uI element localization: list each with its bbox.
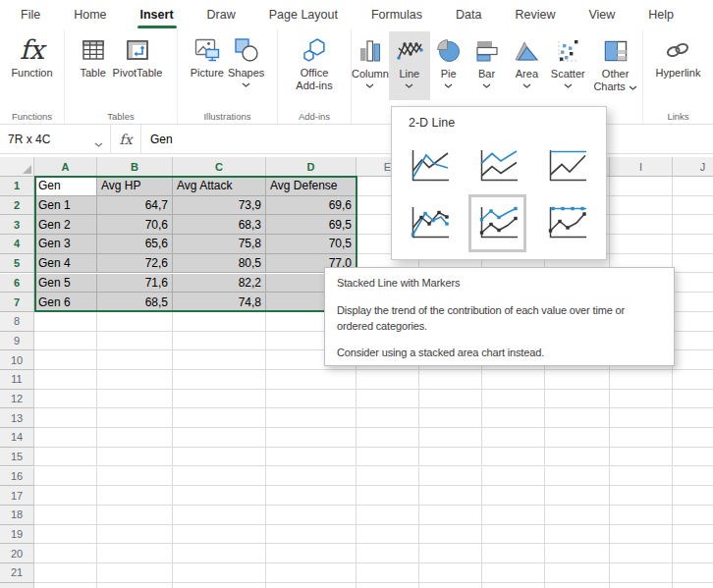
select-all-corner[interactable] — [0, 157, 34, 177]
cell-A16[interactable] — [34, 467, 97, 487]
cell-A9[interactable] — [34, 332, 97, 351]
row-header-9[interactable]: 9 — [0, 332, 34, 351]
function-button[interactable]: fx Function — [11, 29, 52, 108]
cell-A17[interactable] — [34, 486, 97, 506]
column-header-B[interactable]: B — [97, 157, 173, 177]
cell-B19[interactable] — [97, 525, 173, 545]
line-markers-chart-icon[interactable] — [407, 201, 451, 245]
cell-B7[interactable]: 68,5 — [97, 293, 173, 312]
menu-page-layout[interactable]: Page Layout — [252, 0, 355, 29]
cell-C1[interactable]: Avg Attack — [173, 177, 266, 196]
cell-I20[interactable] — [610, 544, 673, 563]
cell-G17[interactable] — [482, 486, 545, 506]
row-header-11[interactable]: 11 — [0, 370, 34, 390]
cell-B20[interactable] — [97, 544, 173, 563]
cell-G22[interactable] — [482, 583, 545, 588]
cell-J8[interactable] — [673, 312, 713, 332]
cell-I1[interactable] — [610, 177, 673, 196]
column-header-A[interactable]: A — [34, 157, 97, 177]
cell-E12[interactable] — [356, 390, 419, 409]
cell-A6[interactable]: Gen 5 — [34, 274, 97, 294]
cell-I22[interactable] — [610, 583, 673, 588]
cell-D21[interactable] — [266, 563, 356, 583]
cell-F17[interactable] — [419, 486, 482, 506]
hyperlink-button[interactable]: Hyperlink — [656, 29, 701, 108]
cell-B13[interactable] — [97, 408, 173, 428]
cell-G13[interactable] — [482, 408, 545, 428]
menu-file[interactable]: File — [4, 0, 57, 29]
cell-C7[interactable]: 74,8 — [173, 293, 266, 312]
pie-chart-button[interactable]: Pie — [430, 31, 467, 100]
cell-J19[interactable] — [673, 525, 713, 545]
row-header-21[interactable]: 21 — [0, 563, 34, 583]
cell-J22[interactable] — [673, 583, 713, 588]
row-header-16[interactable]: 16 — [0, 467, 34, 487]
cell-I14[interactable] — [610, 428, 673, 448]
cell-J12[interactable] — [673, 390, 713, 409]
cell-J18[interactable] — [673, 506, 713, 525]
row-header-1[interactable]: 1 — [0, 177, 34, 196]
cell-F21[interactable] — [419, 563, 482, 583]
cell-H22[interactable] — [545, 583, 610, 588]
stacked-line-chart-icon[interactable] — [475, 144, 520, 188]
cell-B12[interactable] — [97, 390, 173, 409]
cell-H15[interactable] — [545, 448, 610, 467]
picture-button[interactable]: Picture — [191, 29, 224, 108]
cell-F19[interactable] — [419, 525, 482, 545]
cell-H17[interactable] — [545, 486, 610, 506]
cell-C19[interactable] — [173, 525, 266, 545]
cell-B9[interactable] — [97, 332, 173, 351]
column-header-J[interactable]: J — [673, 157, 713, 177]
column-chart-button[interactable]: Column — [352, 31, 389, 100]
cell-C16[interactable] — [173, 467, 266, 487]
menu-formulas[interactable]: Formulas — [355, 0, 439, 29]
cell-C9[interactable] — [173, 332, 266, 351]
line-chart-icon[interactable] — [407, 144, 451, 188]
cell-A13[interactable] — [34, 408, 97, 428]
cell-J2[interactable] — [673, 196, 713, 216]
column-header-I[interactable]: I — [610, 157, 673, 177]
row-header-4[interactable]: 4 — [0, 235, 34, 254]
cell-C21[interactable] — [173, 563, 266, 583]
100-stacked-line-markers-chart-icon[interactable] — [544, 201, 588, 245]
scatter-chart-button[interactable]: Scatter — [547, 31, 588, 100]
cell-H18[interactable] — [545, 506, 610, 525]
shapes-button[interactable]: Shapes — [228, 29, 264, 108]
cell-I21[interactable] — [610, 563, 673, 583]
cell-H21[interactable] — [545, 563, 610, 583]
row-header-15[interactable]: 15 — [0, 448, 34, 467]
column-header-C[interactable]: C — [173, 157, 266, 177]
cell-F16[interactable] — [419, 467, 482, 487]
cell-B1[interactable]: Avg HP — [97, 177, 173, 196]
cell-G20[interactable] — [482, 544, 545, 563]
cell-E18[interactable] — [356, 506, 419, 525]
cell-E11[interactable] — [356, 370, 419, 390]
cell-C4[interactable]: 75,8 — [173, 235, 266, 254]
cell-H11[interactable] — [545, 370, 610, 390]
column-header-D[interactable]: D — [266, 157, 356, 177]
cell-B15[interactable] — [97, 448, 173, 467]
office-addins-button[interactable]: OfficeAdd-ins — [296, 29, 332, 108]
bar-chart-button[interactable]: Bar — [467, 31, 507, 100]
cell-E15[interactable] — [356, 448, 419, 467]
row-header-8[interactable]: 8 — [0, 312, 34, 332]
cell-F15[interactable] — [419, 448, 482, 467]
menu-help[interactable]: Help — [631, 0, 690, 29]
cell-C8[interactable] — [173, 312, 266, 332]
cell-C10[interactable] — [173, 350, 266, 370]
stacked-line-markers-chart-icon[interactable] — [475, 201, 520, 245]
cell-D3[interactable]: 69,5 — [266, 215, 356, 235]
cell-C15[interactable] — [173, 448, 266, 467]
cell-B5[interactable]: 72,6 — [97, 254, 173, 274]
cell-J4[interactable] — [673, 235, 713, 254]
cell-C12[interactable] — [173, 390, 266, 409]
area-chart-button[interactable]: Area — [506, 31, 547, 100]
cell-C20[interactable] — [173, 544, 266, 563]
cell-I12[interactable] — [610, 390, 673, 409]
cell-E16[interactable] — [356, 467, 419, 487]
cell-E21[interactable] — [356, 563, 419, 583]
cell-D14[interactable] — [266, 428, 356, 448]
cell-A14[interactable] — [34, 428, 97, 448]
cell-B11[interactable] — [97, 370, 173, 390]
cell-A8[interactable] — [34, 312, 97, 332]
